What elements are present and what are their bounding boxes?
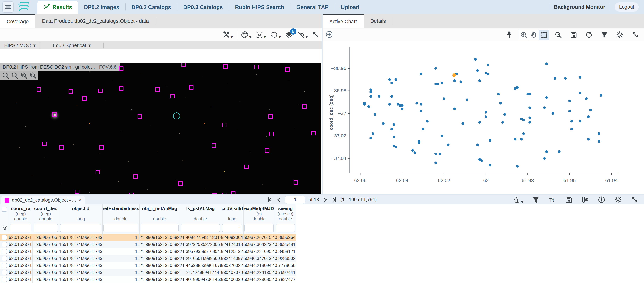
- cell-objectId[interactable]: 1651281746966117436: [59, 269, 102, 276]
- data-point[interactable]: [579, 76, 581, 79]
- catalog-marker-square[interactable]: [138, 114, 142, 119]
- add-column-icon[interactable]: [581, 196, 589, 204]
- column-header-obj_i_psfAbMag[interactable]: obj_i_psfAbMag double: [140, 206, 180, 222]
- data-point[interactable]: [378, 95, 380, 98]
- data-point[interactable]: [528, 93, 531, 95]
- cell-seeing[interactable]: 0.8458121: [275, 248, 296, 255]
- zoom-1x-icon[interactable]: 1X: [554, 31, 562, 39]
- page-number-input[interactable]: [285, 196, 306, 204]
- data-point[interactable]: [413, 151, 416, 154]
- column-header-expMidptMJD[interactable]: expMidptMJD(d)double: [244, 206, 275, 222]
- catalog-marker-square[interactable]: [302, 104, 306, 109]
- cell-refExtendedness[interactable]: 1: [102, 255, 140, 262]
- cell-seeing[interactable]: 0.9283502: [275, 255, 296, 262]
- cell-ccdVisitId[interactable]: 930406039: [221, 276, 244, 283]
- data-point[interactable]: [420, 103, 422, 106]
- data-point[interactable]: [374, 113, 376, 116]
- zoom-in-icon[interactable]: [2, 71, 10, 79]
- data-point[interactable]: [552, 112, 554, 115]
- filter-input-refExtendedness[interactable]: [104, 224, 138, 233]
- data-point[interactable]: [476, 144, 479, 146]
- cell-seeing[interactable]: 0.8625481: [275, 241, 296, 248]
- cell-ccdVisitId[interactable]: 930376022: [221, 262, 244, 269]
- data-point[interactable]: [568, 100, 571, 102]
- table-row[interactable]: 62.0152371-36.96610616512817469661174361…: [0, 234, 296, 241]
- table-row[interactable]: 62.0152371-36.96610616512817469661174361…: [0, 262, 296, 269]
- cell-objectId[interactable]: 1651281746966117436: [59, 262, 102, 269]
- data-point[interactable]: [388, 78, 391, 81]
- data-point[interactable]: [545, 150, 548, 153]
- data-point[interactable]: [501, 121, 504, 124]
- data-point[interactable]: [367, 105, 370, 108]
- expand-icon[interactable]: [312, 31, 320, 39]
- data-point[interactable]: [484, 111, 487, 113]
- cell-objectId[interactable]: 1651281746966117436: [59, 234, 102, 241]
- data-point[interactable]: [522, 119, 525, 121]
- data-point[interactable]: [587, 138, 590, 140]
- cell-obj_i_psfAbMag[interactable]: 21.390915313105822: [140, 255, 180, 262]
- catalog-marker-square[interactable]: [269, 132, 274, 136]
- data-point[interactable]: [392, 136, 395, 138]
- data-point[interactable]: [474, 58, 477, 61]
- data-point[interactable]: [434, 153, 437, 155]
- cell-obj_i_psfAbMag[interactable]: 21.390915313105822: [140, 262, 180, 269]
- catalog-marker-square[interactable]: [285, 67, 290, 72]
- data-point[interactable]: [528, 116, 531, 119]
- cell-refExtendedness[interactable]: 1: [102, 234, 140, 241]
- prev-page-button[interactable]: [276, 197, 282, 203]
- nav-tab-dp0-2-catalogs[interactable]: DP0.2 Catalogs: [126, 1, 177, 14]
- data-point[interactable]: [394, 146, 397, 149]
- cell-fs_psfAbMag[interactable]: 21.446388539901676: [180, 262, 221, 269]
- column-header-fs_psfAbMag[interactable]: fs_psfAbMag double: [180, 206, 221, 222]
- gear-icon[interactable]: [614, 196, 622, 204]
- cell-coord_ra[interactable]: 62.0152371: [9, 276, 32, 283]
- catalog-marker-square[interactable]: [265, 148, 269, 153]
- column-header-refExtendedness[interactable]: refExtendedness double: [102, 206, 140, 222]
- nav-tab-dp0-3-catalogs[interactable]: DP0.3 Catalogs: [177, 1, 229, 14]
- close-icon[interactable]: ×: [78, 197, 82, 203]
- catalog-marker-square[interactable]: [96, 170, 100, 174]
- selected-data-point[interactable]: [452, 73, 456, 77]
- cell-ccdVisitId[interactable]: 932414097: [221, 255, 244, 262]
- data-point[interactable]: [528, 106, 531, 109]
- nav-tab-rubin-hips-search[interactable]: Rubin HiPS Search: [229, 1, 290, 14]
- data-point[interactable]: [545, 62, 548, 65]
- column-header-coord_dec[interactable]: coord_dec(deg)double: [32, 206, 59, 222]
- catalog-marker-square[interactable]: [212, 143, 216, 148]
- cell-ccdVisitId[interactable]: 924093004: [221, 234, 244, 241]
- cell-fs_psfAbMag[interactable]: 21.42499941744: [180, 269, 221, 276]
- catalog-marker-square[interactable]: [36, 87, 41, 92]
- zoom-fill-icon[interactable]: [29, 71, 37, 79]
- data-point[interactable]: [370, 88, 372, 91]
- data-point[interactable]: [514, 87, 516, 90]
- cell-fs_psfAbMag[interactable]: 21.409427548118018: [180, 234, 221, 241]
- cell-coord_dec[interactable]: -36.966106: [32, 248, 59, 255]
- cell-obj_i_psfAbMag[interactable]: 21.390915313105822: [140, 248, 180, 255]
- data-point[interactable]: [453, 108, 456, 110]
- cell-coord_ra[interactable]: 62.0152371: [9, 234, 32, 241]
- catalog-marker-square[interactable]: [223, 64, 228, 69]
- data-point[interactable]: [489, 164, 492, 167]
- microscope-icon[interactable]: ▾: [513, 196, 523, 204]
- save-icon[interactable]: [565, 196, 572, 204]
- data-point[interactable]: [388, 103, 391, 106]
- expand-icon[interactable]: [631, 196, 638, 204]
- data-point[interactable]: [422, 128, 424, 130]
- filter-input-coord_ra[interactable]: [10, 224, 32, 233]
- cell-expMidptMJD[interactable]: 60946.3470132: [244, 255, 275, 262]
- cell-expMidptMJD[interactable]: 60937.2816952: [244, 248, 275, 255]
- data-point[interactable]: [579, 120, 581, 123]
- text-columns-icon[interactable]: Tt: [548, 196, 556, 204]
- catalog-marker-square[interactable]: [59, 145, 64, 150]
- cell-seeing[interactable]: 0.7692441: [275, 269, 296, 276]
- table-row[interactable]: 62.0152371-36.96610616512817469661174361…: [0, 276, 296, 283]
- data-point[interactable]: [543, 157, 546, 160]
- data-point[interactable]: [420, 110, 422, 112]
- info-icon[interactable]: [598, 196, 606, 204]
- data-point[interactable]: [370, 137, 372, 139]
- lasso-icon[interactable]: ▾: [270, 31, 281, 39]
- data-point[interactable]: [416, 102, 418, 105]
- data-point[interactable]: [568, 110, 571, 112]
- catalog-marker-square[interactable]: [133, 174, 138, 179]
- filter-input-objectId[interactable]: [60, 224, 101, 233]
